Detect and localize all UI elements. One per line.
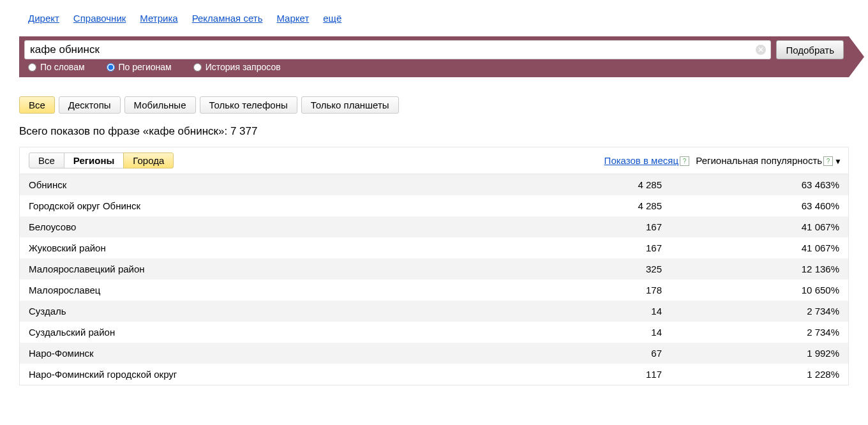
mode-by-regions-label: По регионам [119, 62, 172, 72]
cell-impressions: 167 [538, 216, 671, 237]
help-icon[interactable]: ? [823, 156, 833, 166]
cell-region: Суздальский район [20, 322, 538, 343]
region-tab[interactable]: Города [123, 153, 174, 168]
clear-icon[interactable]: ✕ [756, 45, 766, 55]
mode-history-label: История запросов [206, 62, 281, 72]
search-bar: ✕ Подобрать По словам По регионам Истори… [19, 36, 849, 77]
cell-region: Малоярославец [20, 280, 538, 301]
totals-line: Всего показов по фразе «кафе обнинск»: 7… [19, 125, 849, 138]
cell-popularity: 41 067% [671, 237, 848, 258]
table-row: Суздальский район142 734% [20, 322, 848, 343]
cell-popularity: 10 650% [671, 280, 848, 301]
col-popularity[interactable]: Региональная популярность [696, 155, 822, 166]
table-row: Суздаль142 734% [20, 301, 848, 322]
cell-region: Малоярославецкий район [20, 258, 538, 280]
cell-impressions: 4 285 [538, 195, 671, 216]
device-tabs: ВсеДесктопыМобильныеТолько телефоныТольк… [19, 96, 849, 114]
device-tab[interactable]: Только планшеты [301, 96, 399, 114]
cell-impressions: 167 [538, 237, 671, 258]
cell-region: Жуковский район [20, 237, 538, 258]
table-row: Городской округ Обнинск4 28563 460% [20, 195, 848, 216]
table-row: Наро-Фоминск671 992% [20, 343, 848, 364]
help-icon[interactable]: ? [680, 156, 689, 166]
topnav-link[interactable]: Директ [28, 13, 59, 24]
totals-prefix: Всего показов по фразе « [19, 125, 149, 137]
device-tab[interactable]: Десктопы [59, 96, 121, 114]
table-row: Белоусово16741 067% [20, 216, 848, 237]
region-tabs: ВсеРегионыГорода [29, 153, 174, 168]
submit-button[interactable]: Подобрать [776, 40, 844, 59]
search-input[interactable] [24, 40, 771, 59]
topnav-link[interactable]: Маркет [276, 13, 309, 24]
cell-impressions: 14 [538, 322, 671, 343]
cell-impressions: 325 [538, 258, 671, 280]
cell-popularity: 1 228% [671, 364, 848, 385]
region-tab[interactable]: Все [29, 153, 64, 168]
topnav-link[interactable]: ещё [323, 13, 341, 24]
cell-impressions: 117 [538, 364, 671, 385]
cell-region: Наро-Фоминск [20, 343, 538, 364]
mode-by-words[interactable]: По словам [28, 62, 85, 72]
totals-suffix: »: [218, 125, 230, 137]
device-tab[interactable]: Все [19, 96, 55, 114]
cell-impressions: 14 [538, 301, 671, 322]
cell-impressions: 67 [538, 343, 671, 364]
topnav-link[interactable]: Справочник [73, 13, 126, 24]
cell-impressions: 178 [538, 280, 671, 301]
topnav-link[interactable]: Рекламная сеть [192, 13, 263, 24]
mode-history[interactable]: История запросов [193, 62, 281, 72]
cell-region: Городской округ Обнинск [20, 195, 538, 216]
region-tab[interactable]: Регионы [64, 153, 124, 168]
table-row: Наро-Фоминский городской округ1171 228% [20, 364, 848, 385]
mode-by-regions[interactable]: По регионам [107, 62, 172, 72]
search-input-wrap: ✕ [24, 40, 771, 59]
searchbar-arrow [849, 36, 864, 77]
device-tab[interactable]: Мобильные [124, 96, 196, 114]
device-tab[interactable]: Только телефоны [200, 96, 297, 114]
mode-radios: По словам По регионам История запросов [19, 59, 849, 72]
topnav-link[interactable]: Метрика [140, 13, 177, 24]
totals-phrase: кафе обнинск [149, 125, 218, 137]
cell-popularity: 1 992% [671, 343, 848, 364]
cell-region: Наро-Фоминский городской округ [20, 364, 538, 385]
totals-count: 7 377 [230, 125, 258, 137]
cell-impressions: 4 285 [538, 174, 671, 195]
table-row: Малоярославец17810 650% [20, 280, 848, 301]
results-panel: ВсеРегионыГорода Показов в месяц? Регион… [19, 147, 849, 385]
cell-popularity: 2 734% [671, 301, 848, 322]
cell-region: Суздаль [20, 301, 538, 322]
results-table: Обнинск4 28563 463%Городской округ Обнин… [20, 174, 848, 385]
table-row: Жуковский район16741 067% [20, 237, 848, 258]
cell-popularity: 63 460% [671, 195, 848, 216]
cell-popularity: 63 463% [671, 174, 848, 195]
top-nav: ДиректСправочникМетрикаРекламная сетьМар… [28, 13, 849, 24]
mode-by-words-label: По словам [40, 62, 85, 72]
cell-popularity: 41 067% [671, 216, 848, 237]
sort-columns: Показов в месяц? Региональная популярнос… [604, 155, 842, 166]
cell-popularity: 2 734% [671, 322, 848, 343]
table-row: Малоярославецкий район32512 136% [20, 258, 848, 280]
cell-popularity: 12 136% [671, 258, 848, 280]
table-row: Обнинск4 28563 463% [20, 174, 848, 195]
cell-region: Белоусово [20, 216, 538, 237]
cell-region: Обнинск [20, 174, 538, 195]
sort-desc-icon: ▼ [834, 157, 842, 166]
col-impressions[interactable]: Показов в месяц [604, 155, 678, 166]
